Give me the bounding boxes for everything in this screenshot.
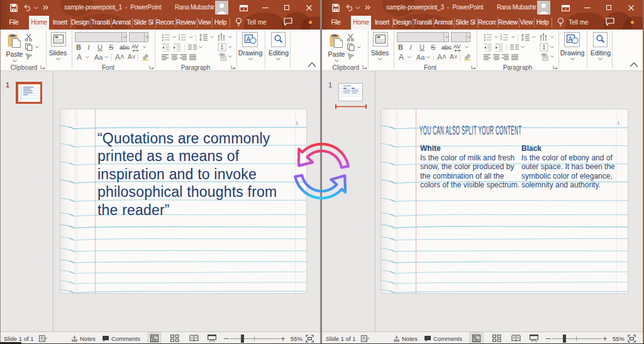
svg-text:1: 1 — [617, 120, 620, 126]
svg-text:1: 1 — [296, 120, 299, 126]
svg-text:AV: AV — [453, 43, 460, 50]
svg-text:AV: AV — [131, 43, 138, 50]
svg-text:3: 3 — [501, 39, 502, 42]
svg-text:A: A — [247, 36, 251, 43]
svg-text:A: A — [569, 36, 573, 43]
svg-text:3: 3 — [179, 39, 180, 42]
